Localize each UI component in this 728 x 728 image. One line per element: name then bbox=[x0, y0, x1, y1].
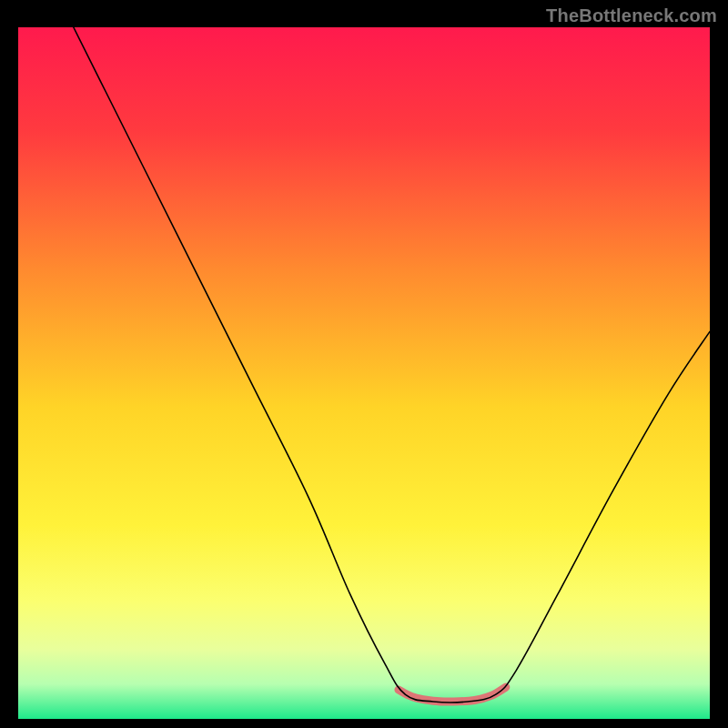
watermark-text: TheBottleneck.com bbox=[546, 5, 717, 26]
heatmap-background bbox=[18, 27, 710, 719]
bottleneck-chart bbox=[18, 27, 710, 719]
stage: TheBottleneck.com bbox=[0, 0, 728, 728]
chart-svg bbox=[18, 27, 710, 719]
